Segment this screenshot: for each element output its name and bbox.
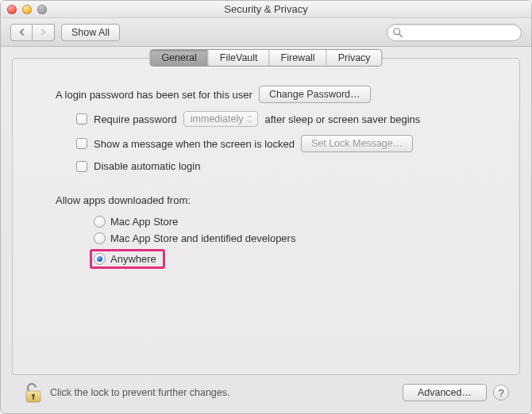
minimize-window-button[interactable] — [22, 5, 32, 14]
tab-filevault[interactable]: FileVault — [209, 50, 270, 66]
search-field-wrap — [387, 24, 522, 41]
anywhere-highlight: Anywhere — [90, 249, 165, 269]
zoom-window-button — [37, 5, 47, 14]
svg-rect-4 — [33, 396, 34, 400]
search-input[interactable] — [387, 24, 522, 41]
titlebar: Security & Privacy — [1, 1, 531, 18]
svg-line-1 — [399, 33, 402, 36]
toolbar: Show All — [1, 18, 531, 47]
require-password-delay-select: immediately — [183, 111, 259, 127]
preferences-window: Security & Privacy Show All General File… — [0, 0, 532, 414]
allow-apps-label: Allow apps downloaded from: — [56, 194, 491, 206]
search-icon — [392, 27, 403, 38]
require-password-delay-value: immediately — [191, 113, 244, 125]
radio-mas-identified-devs[interactable] — [94, 232, 106, 244]
show-message-checkbox[interactable] — [76, 138, 87, 149]
nav-buttons — [10, 24, 55, 41]
login-password-text: A login password has been set for this u… — [56, 89, 253, 101]
advanced-button[interactable]: Advanced… — [403, 384, 487, 401]
footer: Click the lock to prevent further change… — [12, 375, 520, 413]
radio-mac-app-store[interactable] — [94, 216, 106, 228]
content-area: General FileVault Firewall Privacy A log… — [1, 47, 531, 413]
require-password-label: Require password — [94, 113, 177, 125]
set-lock-message-button: Set Lock Message… — [301, 135, 413, 152]
change-password-button[interactable]: Change Password… — [259, 86, 371, 103]
login-password-row: A login password has been set for this u… — [41, 86, 491, 103]
forward-button[interactable] — [33, 24, 55, 41]
chevron-right-icon — [40, 29, 47, 36]
show-all-button[interactable]: Show All — [61, 24, 120, 41]
radio-anywhere[interactable] — [94, 253, 106, 265]
help-button[interactable]: ? — [493, 385, 509, 401]
window-title: Security & Privacy — [1, 3, 531, 15]
window-controls — [1, 5, 47, 14]
require-password-suffix: after sleep or screen saver begins — [264, 113, 420, 125]
tab-general[interactable]: General — [150, 50, 208, 66]
radio-mac-app-store-label: Mac App Store — [110, 216, 178, 228]
disable-auto-login-label: Disable automatic login — [94, 160, 200, 172]
require-password-row: Require password immediately after sleep… — [41, 111, 491, 127]
tab-privacy[interactable]: Privacy — [327, 50, 382, 66]
disable-auto-login-checkbox[interactable] — [76, 161, 87, 172]
unlock-icon[interactable] — [23, 381, 44, 404]
require-password-checkbox[interactable] — [76, 113, 87, 125]
panel: General FileVault Firewall Privacy A log… — [12, 58, 520, 375]
radio-row-mas-dev: Mac App Store and identified developers — [94, 232, 491, 244]
show-message-row: Show a message when the screen is locked… — [41, 135, 491, 152]
show-message-label: Show a message when the screen is locked — [94, 138, 295, 150]
close-window-button[interactable] — [7, 5, 17, 14]
radio-anywhere-label: Anywhere — [110, 253, 156, 265]
disable-auto-login-row: Disable automatic login — [41, 160, 491, 172]
radio-row-anywhere: Anywhere — [94, 249, 491, 269]
chevron-left-icon — [18, 29, 25, 36]
tab-firewall[interactable]: Firewall — [270, 50, 327, 66]
radio-row-mas: Mac App Store — [94, 216, 491, 228]
lock-text: Click the lock to prevent further change… — [50, 387, 230, 398]
tab-bar: General FileVault Firewall Privacy — [149, 49, 382, 67]
radio-mas-identified-devs-label: Mac App Store and identified developers — [110, 232, 295, 244]
allow-apps-radiogroup: Mac App Store Mac App Store and identifi… — [41, 216, 491, 269]
back-button[interactable] — [10, 24, 33, 41]
